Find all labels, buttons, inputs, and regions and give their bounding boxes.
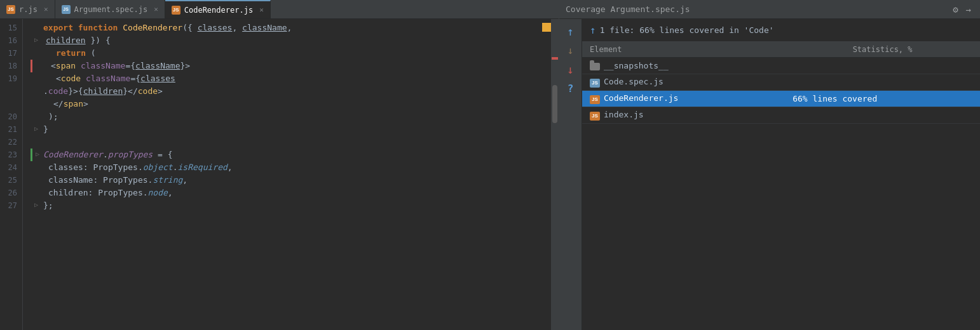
- code-line-21: ▷ }: [31, 123, 551, 136]
- pin-icon[interactable]: →: [963, 3, 974, 16]
- yellow-marker: [542, 23, 551, 32]
- coverage-row-stats-index: [785, 107, 980, 124]
- code-line-19b: .code}>{children}</code>: [31, 85, 551, 98]
- editor-panel: JS r.js ✕ JS Argument.spec.js ✕ JS CodeR…: [0, 0, 559, 330]
- coverage-row-code-renderer[interactable]: JSCodeRenderer.js66% lines covered: [582, 91, 980, 107]
- tab-code-renderer-close[interactable]: ✕: [259, 6, 264, 14]
- coverage-header: Coverage Argument.spec.js ⚙ →: [559, 0, 980, 19]
- code-area: export function CodeRenderer({ classes, …: [23, 19, 551, 330]
- editor-scrollbar[interactable]: [551, 19, 559, 330]
- code-line-26: children: PropTypes.node,: [31, 187, 551, 199]
- coverage-row-name-code-spec: JSCode.spec.js: [582, 74, 785, 91]
- spec-icon: JS: [62, 5, 71, 14]
- line-numbers: 15 16 17 18 19 20 21 22 23 24 25 26 27: [0, 19, 23, 330]
- coverage-actions: ⚙ →: [950, 3, 974, 16]
- row-filename: __snapshots__: [604, 61, 669, 70]
- code-line-18: <span className={className}>: [31, 60, 551, 72]
- row-filename: Code.spec.js: [604, 77, 664, 86]
- navigate-down-button[interactable]: ↓: [564, 43, 578, 57]
- tab-bar: JS r.js ✕ JS Argument.spec.js ✕ JS CodeR…: [0, 0, 559, 19]
- help-button[interactable]: ?: [564, 81, 578, 95]
- row-filename: index.js: [604, 110, 644, 119]
- coverage-panel-title: Coverage Argument.spec.js: [566, 4, 690, 14]
- col-header-stats: Statistics, %: [785, 42, 980, 58]
- coverage-info-text: 1 file: 66% lines covered in 'Code': [600, 25, 774, 35]
- function-name: CodeRenderer: [123, 22, 182, 34]
- coverage-row-index[interactable]: JSindex.js: [582, 107, 980, 124]
- code-line-25: className: PropTypes.string,: [31, 174, 551, 187]
- code-line-20: );: [31, 110, 551, 123]
- coverage-info-bar: ↑ 1 file: 66% lines covered in 'Code': [582, 19, 980, 42]
- tab-code-renderer-label: CodeRenderer.js: [184, 6, 253, 15]
- code-line-22: [31, 136, 551, 148]
- js-file-icon: JS: [590, 95, 600, 104]
- scroll-mark-red: [552, 57, 558, 60]
- coverage-table: Element Statistics, % __snapshots__JSCod…: [582, 42, 980, 124]
- code-line-24: classes: PropTypes.object.isRequired,: [31, 161, 551, 174]
- code-renderer-js-icon: JS: [172, 6, 180, 15]
- tab-prev[interactable]: JS r.js ✕: [0, 0, 55, 18]
- coverage-row-stats-code-renderer: 66% lines covered: [785, 91, 980, 107]
- red-mark-18: [31, 60, 32, 72]
- code-line-27: ▷ };: [31, 199, 551, 212]
- tab-arg-spec-close[interactable]: ✕: [154, 5, 158, 13]
- col-header-element: Element: [582, 42, 785, 58]
- editor-content: 15 16 17 18 19 20 21 22 23 24 25 26 27 e…: [0, 19, 559, 330]
- coverage-row-name-snapshots: __snapshots__: [582, 58, 785, 74]
- tab-prev-label: r.js: [19, 5, 37, 14]
- fold-arrow-21[interactable]: ▷: [32, 124, 41, 133]
- js-icon: JS: [6, 5, 15, 14]
- coverage-row-name-code-renderer: JSCodeRenderer.js: [582, 91, 785, 107]
- fold-arrow-16[interactable]: ▷: [32, 36, 41, 44]
- info-arrow-icon: ↑: [590, 24, 596, 36]
- row-filename: CodeRenderer.js: [604, 93, 678, 103]
- code-line-16: ▷ children }) {: [31, 34, 551, 47]
- coverage-row-stats-snapshots: [785, 58, 980, 74]
- code-line-23: ▷ CodeRenderer.propTypes = {: [31, 148, 551, 161]
- coverage-row-code-spec[interactable]: JSCode.spec.js: [582, 74, 980, 91]
- keyword: export function: [43, 22, 123, 34]
- settings-icon[interactable]: ⚙: [950, 3, 960, 16]
- coverage-row-name-index: JSindex.js: [582, 107, 785, 124]
- coverage-row-stats-code-spec: [785, 74, 980, 91]
- tab-arg-spec-label: Argument.spec.js: [74, 5, 148, 14]
- code-line-15: export function CodeRenderer({ classes, …: [31, 22, 551, 34]
- coverage-row-snapshots[interactable]: __snapshots__: [582, 58, 980, 74]
- code-line-17: return (: [31, 47, 551, 60]
- tab-arg-spec[interactable]: JS Argument.spec.js ✕: [55, 0, 165, 18]
- coverage-toolbar: ↑ ↓ ↓ ?: [559, 19, 582, 330]
- coverage-body: ↑ ↓ ↓ ? ↑ 1 file: 66% lines covered in '…: [559, 19, 980, 330]
- fold-arrow-27[interactable]: ▷: [32, 201, 41, 209]
- green-mark-23: [31, 148, 32, 161]
- coverage-table-area: ↑ 1 file: 66% lines covered in 'Code' El…: [582, 19, 980, 330]
- fold-arrow-23[interactable]: ▷: [33, 150, 42, 159]
- navigate-up-button[interactable]: ↑: [564, 24, 578, 38]
- tab-code-renderer[interactable]: JS CodeRenderer.js ✕: [165, 0, 271, 18]
- js-spec-file-icon: JS: [590, 79, 600, 88]
- tab-prev-close[interactable]: ✕: [44, 5, 48, 13]
- navigate-down-red-button[interactable]: ↓: [564, 62, 578, 76]
- folder-icon: [590, 63, 600, 70]
- code-line-19: <code className={classes: [31, 72, 551, 85]
- right-panel: Coverage Argument.spec.js ⚙ → ↑ ↓ ↓ ? ↑ …: [559, 0, 980, 330]
- js-file-icon: JS: [590, 112, 600, 121]
- scrollbar-thumb[interactable]: [552, 85, 557, 123]
- code-line-span-close: </span>: [31, 98, 551, 110]
